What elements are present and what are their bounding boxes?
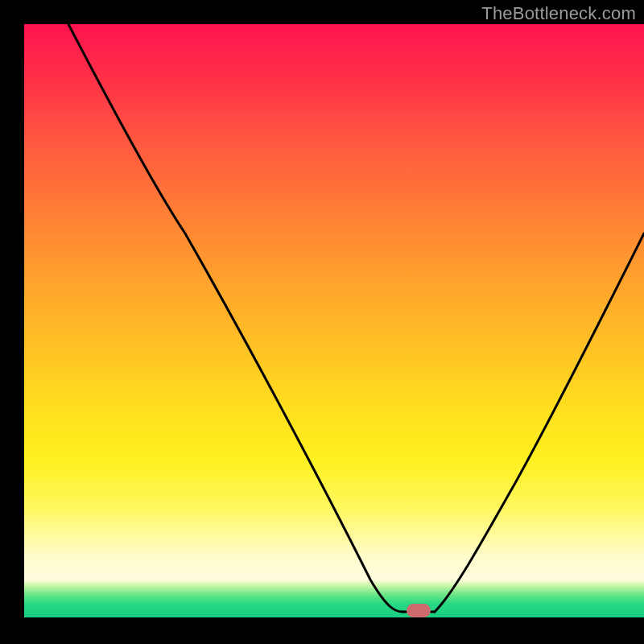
plot-area <box>24 24 644 628</box>
optimal-marker <box>407 604 431 617</box>
curve-right-branch <box>435 233 644 612</box>
chart-frame: TheBottleneck.com <box>0 0 644 644</box>
bottleneck-curve <box>24 24 644 628</box>
attribution-label: TheBottleneck.com <box>481 3 636 24</box>
curve-left-branch <box>68 24 402 612</box>
